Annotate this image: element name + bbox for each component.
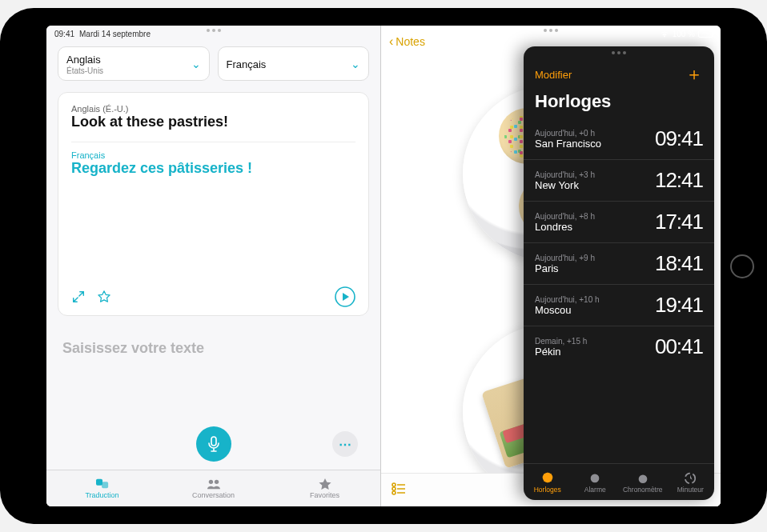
back-chevron-icon[interactable]: ‹ [389,34,393,49]
source-language-name: Anglais [66,54,101,66]
notes-back-label[interactable]: Notes [396,35,425,48]
svg-point-4 [214,480,218,484]
divider [71,142,355,142]
world-clock-row[interactable]: Aujourd'hui, +8 hLondres17:41 [524,201,714,242]
translated-text: Regardez ces pâtisseries ! [71,160,355,177]
world-clock-row[interactable]: Demain, +15 hPékin00:41 [524,326,714,367]
favorite-star-icon[interactable] [97,290,111,304]
tab-chronometre[interactable]: Chronomètre [619,464,667,500]
play-audio-button[interactable] [335,286,355,307]
svg-rect-1 [96,479,102,486]
clock-city: New York [535,179,595,191]
clock-time: 00:41 [655,334,703,359]
expand-icon[interactable] [71,290,86,304]
clock-edit-button[interactable]: Modifier [535,69,572,81]
tab-traduction[interactable]: Traduction [46,470,158,506]
target-language-label: Français [71,150,355,160]
clock-city: Pékin [535,346,587,358]
ipad-body: 09:41 Mardi 14 septembre 100 % Anglais É… [0,8,767,524]
world-clock-row[interactable]: Aujourd'hui, +0 hSan Francisco09:41 [524,118,714,159]
clock-offset: Aujourd'hui, +9 h [535,254,595,262]
tab-label: Favorites [310,491,339,499]
clock-add-button[interactable]: ＋ [685,62,703,86]
slideover-grabber-icon[interactable] [612,51,626,54]
clock-offset: Aujourd'hui, +3 h [535,170,595,179]
tab-minuteur[interactable]: Minuteur [667,464,715,500]
svg-point-7 [392,491,396,494]
clock-city: Londres [535,221,595,233]
clock-time: 17:41 [655,210,703,234]
clock-tab-bar: Horloges Alarme Chronomètre Minuteur [524,463,714,500]
clock-time: 18:41 [655,251,703,276]
checklist-icon[interactable] [391,481,407,500]
clock-time: 09:41 [655,126,703,151]
tab-label: Alarme [584,486,606,494]
source-language-region: États-Unis [66,66,103,75]
tab-horloges[interactable]: Horloges [524,464,572,500]
translate-app: Anglais États-Unis ⌄ Français ⌄ Anglais … [46,26,381,506]
multitasking-dots-icon[interactable] [207,29,221,32]
clock-city: Paris [535,262,595,274]
svg-point-3 [208,480,212,484]
translation-card: Anglais (É.-U.) Look at these pastries! … [58,92,369,316]
home-button[interactable] [730,254,754,278]
svg-point-14 [638,474,647,483]
chevron-down-icon: ⌄ [351,58,360,70]
clock-title: Horloges [524,91,714,118]
world-clock-row[interactable]: Aujourd'hui, +3 hNew York12:41 [524,159,714,201]
world-clock-row[interactable]: Aujourd'hui, +9 hParis18:41 [524,242,714,284]
tab-label: Traduction [85,491,118,499]
source-language-label: Anglais (É.-U.) [71,104,355,114]
microphone-button[interactable] [196,426,231,462]
clock-offset: Aujourd'hui, +8 h [535,212,595,221]
clock-offset: Aujourd'hui, +0 h [535,129,601,138]
input-placeholder: Saisissez votre texte [62,340,204,356]
tab-label: Minuteur [677,486,704,494]
clock-time: 12:41 [655,168,703,193]
multitasking-dots-icon[interactable] [544,29,558,32]
source-text[interactable]: Look at these pastries! [71,114,355,137]
world-clock-list[interactable]: Aujourd'hui, +0 hSan Francisco09:41Aujou… [524,118,714,463]
tab-label: Horloges [534,486,561,494]
target-language-select[interactable]: Français ⌄ [218,46,370,81]
clock-city: Moscou [535,304,600,316]
language-selector-row: Anglais États-Unis ⌄ Français ⌄ [46,26,380,89]
chevron-down-icon: ⌄ [191,58,201,70]
translate-tab-bar: Traduction Conversation Favorites [46,470,380,506]
tab-conversation[interactable]: Conversation [158,470,269,506]
clock-city: San Francisco [535,138,601,150]
clock-offset: Demain, +15 h [535,337,587,346]
source-language-select[interactable]: Anglais États-Unis ⌄ [58,46,210,81]
screen: 09:41 Mardi 14 septembre 100 % Anglais É… [46,26,721,506]
clock-slideover: Modifier ＋ Horloges Aujourd'hui, +0 hSan… [524,46,714,500]
svg-point-13 [591,474,600,482]
clock-offset: Aujourd'hui, +10 h [535,295,600,304]
clock-time: 19:41 [655,293,703,318]
svg-point-6 [392,487,396,490]
svg-rect-2 [102,482,108,488]
tab-alarme[interactable]: Alarme [572,464,620,500]
tab-label: Conversation [192,491,235,499]
svg-point-5 [392,483,396,486]
more-options-button[interactable]: ⋯ [332,431,358,457]
tab-favorites[interactable]: Favorites [269,470,380,506]
tab-label: Chronomètre [623,486,663,494]
world-clock-row[interactable]: Aujourd'hui, +10 hMoscou19:41 [524,284,714,326]
target-language-name: Français [227,58,267,70]
